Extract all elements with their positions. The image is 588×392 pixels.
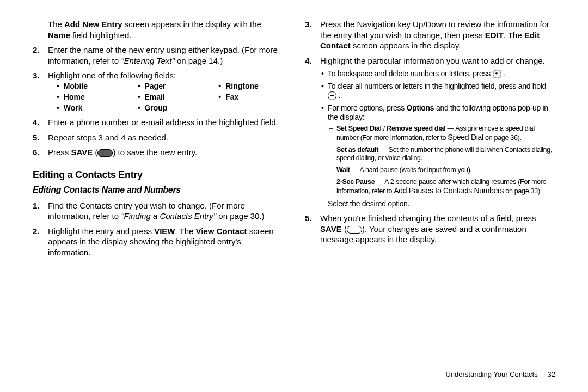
field-group: Group	[138, 103, 203, 113]
left-column: The Add New Entry screen appears in the …	[33, 19, 283, 359]
edit-step-3: 3. Press the Navigation key Up/Down to r…	[320, 19, 555, 51]
field-email: Email	[138, 92, 203, 102]
page-number: 32	[548, 370, 555, 378]
bullet-options: For more options, press Options and the …	[328, 103, 555, 209]
field-pager: Pager	[138, 81, 203, 91]
field-home: Home	[57, 92, 121, 102]
bullet-clear: To clear all numbers or letters in the h…	[328, 82, 555, 101]
dash-speed-dial: Set Speed Dial / Remove speed dial — Ass…	[336, 125, 555, 143]
sub-bullets: To backspace and delete numbers or lette…	[320, 69, 555, 209]
step-5: 5.Repeat steps 3 and 4 as needed.	[48, 132, 283, 143]
dash-wait: Wait — A hard pause (waits for input fro…	[336, 166, 555, 175]
option-dashes: Set Speed Dial / Remove speed dial — Ass…	[328, 125, 555, 196]
footer: Understanding Your Contacts32	[0, 370, 588, 378]
bullet-backspace: To backspace and delete numbers or lette…	[328, 69, 555, 79]
add-entry-steps: The Add New Entry screen appears in the …	[33, 19, 283, 158]
subsection-heading: Editing Contacts Name and Numbers	[33, 185, 283, 196]
select-line: Select the desired option.	[328, 199, 555, 209]
edit-step-4: 4. Highlight the particular information …	[320, 56, 555, 209]
back-key-icon	[493, 70, 501, 78]
footer-label: Understanding Your Contacts	[445, 370, 537, 378]
field-fax: Fax	[218, 92, 283, 102]
intro-line: The Add New Entry screen appears in the …	[48, 19, 283, 40]
edit-step-5: 5. When you're finished changing the con…	[320, 213, 555, 245]
step-4: 4.Enter a phone number or e-mail address…	[48, 117, 283, 128]
edit-step-2: 2. Highlight the entry and press VIEW. T…	[48, 226, 283, 258]
hold-key-icon	[328, 91, 336, 100]
step-6: 6. Press SAVE () to save the new entry.	[48, 147, 283, 158]
dash-2sec: 2-Sec Pause — A 2-second pause after whi…	[336, 178, 555, 196]
edit-steps-right: 3. Press the Navigation key Up/Down to r…	[305, 19, 555, 245]
step-3: 3. Highlight one of the following fields…	[48, 70, 283, 113]
step-2: 2. Enter the name of the new entry using…	[48, 45, 283, 66]
page: The Add New Entry screen appears in the …	[0, 0, 588, 370]
save-key-icon	[97, 149, 113, 157]
edit-step-1: 1. Find the Contacts entry you wish to c…	[48, 200, 283, 222]
field-work: Work	[57, 103, 121, 113]
field-mobile: Mobile	[57, 81, 121, 91]
save-key-icon	[347, 226, 362, 234]
edit-steps-left: 1. Find the Contacts entry you wish to c…	[33, 200, 283, 258]
field-ringtone: Ringtone	[218, 81, 283, 91]
field-grid: Mobile Pager Ringtone Home Email Fax Wor…	[57, 81, 283, 113]
right-column: 3. Press the Navigation key Up/Down to r…	[305, 19, 555, 359]
dash-default: Set as default — Set the number the phon…	[336, 146, 555, 163]
section-heading: Editing a Contacts Entry	[33, 169, 283, 181]
